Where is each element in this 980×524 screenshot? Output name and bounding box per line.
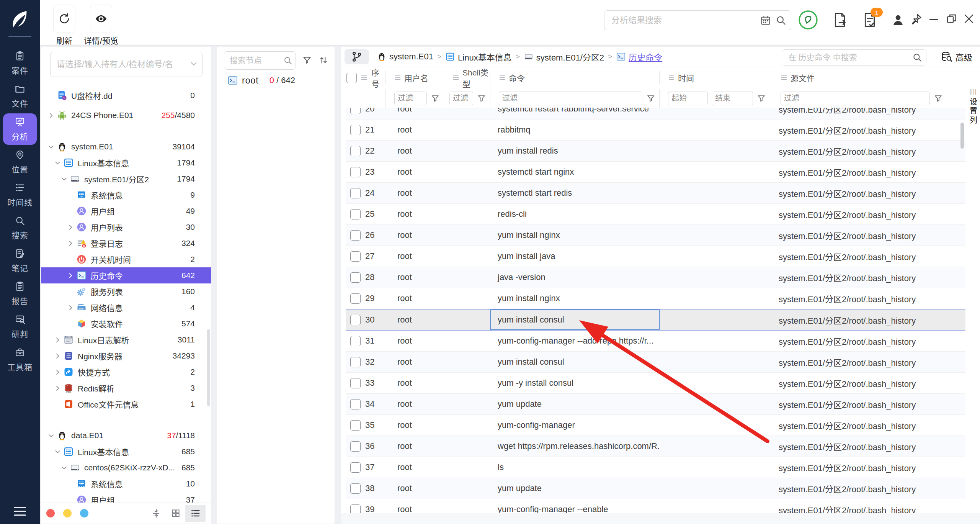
row-checkbox[interactable] bbox=[350, 251, 361, 262]
cell-command[interactable]: yum install nginx bbox=[490, 225, 660, 246]
user-icon[interactable] bbox=[891, 13, 905, 28]
column-settings-tab[interactable]: 设置列 bbox=[968, 98, 979, 125]
row-checkbox[interactable] bbox=[350, 293, 361, 304]
table-row-22[interactable]: 22rootyum install redissystem.E01/分区2/ro… bbox=[346, 141, 965, 162]
tree-node-历史命令[interactable]: 历史命令642 bbox=[41, 267, 211, 283]
filter-funnel-icon[interactable] bbox=[431, 94, 440, 103]
cell-command[interactable]: yum install redis bbox=[490, 141, 660, 161]
row-checkbox[interactable] bbox=[350, 378, 361, 388]
tree-node-centos-62SKiX-rzzV-xD...[interactable]: centos(62SKiX-rzzV-xD...685 bbox=[41, 460, 211, 476]
sidebar-item-case[interactable]: 案件 bbox=[0, 47, 40, 80]
table-scrollbar[interactable] bbox=[960, 123, 964, 149]
close-icon[interactable] bbox=[963, 13, 975, 26]
column-shell-label[interactable]: Shell类型 bbox=[462, 66, 490, 89]
sidebar-item-report[interactable]: 报告 bbox=[0, 277, 40, 310]
sidebar-item-timeline[interactable]: 时间线 bbox=[0, 178, 40, 211]
pin-icon[interactable] bbox=[910, 13, 923, 27]
row-checkbox[interactable] bbox=[350, 108, 361, 114]
column-seq-label[interactable]: 序号 bbox=[371, 66, 385, 89]
chevron-right-icon[interactable] bbox=[52, 353, 63, 359]
table-row-20[interactable]: 20rootsystemctl restart rabbitmq-server.… bbox=[346, 108, 965, 120]
chevron-down-icon[interactable] bbox=[52, 160, 63, 166]
table-row-35[interactable]: 35rootyum-config-managersystem.E01/分区2/r… bbox=[346, 415, 965, 436]
sidebar-item-location[interactable]: 位置 bbox=[0, 146, 40, 178]
table-row-27[interactable]: 27rootyum install javasystem.E01/分区2/roo… bbox=[346, 246, 965, 267]
tree-node-快捷方式[interactable]: 快捷方式2 bbox=[41, 364, 211, 380]
row-checkbox[interactable] bbox=[350, 420, 361, 431]
report-tasks-icon[interactable]: 1 bbox=[862, 11, 877, 30]
chevron-right-icon[interactable] bbox=[65, 224, 76, 231]
filter-funnel-icon[interactable] bbox=[757, 94, 766, 103]
sidebar-item-files[interactable]: 文件 bbox=[0, 80, 40, 113]
filter-funnel-icon[interactable] bbox=[934, 94, 943, 103]
node-list-item-root[interactable]: root 0 / 642 bbox=[217, 72, 335, 89]
table-row-21[interactable]: 21rootrabbitmqsystem.E01/分区2/root/.bash_… bbox=[346, 120, 965, 141]
time-end-input[interactable] bbox=[712, 92, 753, 105]
row-checkbox[interactable] bbox=[350, 188, 361, 198]
tree-node-24CS-Phone.E01[interactable]: 24CS Phone.E01255/4580 bbox=[41, 107, 211, 123]
cell-command[interactable]: yum-config-manager --add-repo https://r.… bbox=[490, 331, 660, 351]
tree-node-Linux基本信息[interactable]: Linux基本信息1794 bbox=[41, 155, 211, 171]
tree-node-服务列表[interactable]: 服务列表160 bbox=[41, 283, 211, 300]
cell-command[interactable]: systemctl start redis bbox=[490, 183, 660, 203]
tree-node-用户列表[interactable]: 用户列表30 bbox=[41, 219, 211, 235]
global-search-input[interactable] bbox=[611, 15, 760, 26]
tree-node-Nginx服务器[interactable]: Nginx服务器34293 bbox=[41, 348, 211, 364]
tree-node-系统信息[interactable]: 系统信息10 bbox=[41, 476, 211, 492]
row-checkbox[interactable] bbox=[350, 399, 361, 409]
table-row-26[interactable]: 26rootyum install nginxsystem.E01/分区2/ro… bbox=[346, 225, 965, 246]
tree-node-系统信息[interactable]: 系统信息9 bbox=[41, 187, 211, 203]
menu-hamburger-icon[interactable] bbox=[13, 506, 26, 518]
sidebar-item-analysis[interactable]: 分析 bbox=[0, 113, 40, 146]
table-row-24[interactable]: 24rootsystemctl start redissystem.E01/分区… bbox=[346, 183, 965, 204]
tree-node-用户组[interactable]: 用户组37 bbox=[41, 492, 211, 503]
tree-node-Linux基本信息[interactable]: Linux基本信息685 bbox=[41, 444, 211, 460]
tree-node-system.E01-分区2[interactable]: system.E01/分区21794 bbox=[41, 171, 211, 187]
export-icon[interactable] bbox=[832, 11, 848, 30]
breadcrumb-item-2[interactable]: system.E01/分区2 bbox=[524, 51, 604, 63]
cell-command[interactable]: yum install nginx bbox=[490, 288, 660, 309]
chevron-right-icon[interactable] bbox=[46, 112, 56, 119]
cell-command[interactable]: redis-cli bbox=[490, 204, 660, 224]
search-icon[interactable] bbox=[912, 52, 922, 62]
table-row-36[interactable]: 36rootwget https://rpm.releases.hashicor… bbox=[346, 436, 965, 457]
row-checkbox[interactable] bbox=[350, 336, 361, 346]
tree-node-网络信息[interactable]: 网络信息4 bbox=[41, 300, 211, 316]
cell-command[interactable]: ls bbox=[490, 457, 660, 478]
license-status-icon[interactable] bbox=[798, 10, 818, 31]
row-checkbox[interactable] bbox=[350, 209, 361, 219]
user-filter-input[interactable] bbox=[394, 92, 427, 105]
table-row-32[interactable]: 32rootyum install consulsystem.E01/分区2/r… bbox=[346, 352, 965, 373]
table-row-30[interactable]: 30rootyum install consulsystem.E01/分区2/r… bbox=[346, 309, 965, 331]
advanced-search-button[interactable]: 高级 bbox=[941, 51, 972, 63]
table-row-23[interactable]: 23rootsystemctl start nginxsystem.E01/分区… bbox=[346, 162, 965, 183]
row-checkbox[interactable] bbox=[350, 125, 361, 135]
restore-icon[interactable] bbox=[946, 13, 958, 26]
column-time-label[interactable]: 时间 bbox=[678, 72, 694, 84]
filter-funnel-icon[interactable] bbox=[646, 94, 655, 103]
search-icon[interactable] bbox=[776, 15, 786, 26]
chevron-right-icon[interactable] bbox=[52, 337, 63, 343]
row-checkbox[interactable] bbox=[350, 230, 361, 241]
row-checkbox[interactable] bbox=[350, 357, 361, 367]
chevron-right-icon[interactable] bbox=[52, 369, 63, 375]
tree-node-安装软件[interactable]: 安装软件574 bbox=[41, 316, 211, 332]
table-row-31[interactable]: 31rootyum-config-manager --add-repo http… bbox=[346, 331, 965, 352]
cell-command[interactable]: systemctl restart rabbitmq-server.servic… bbox=[490, 108, 660, 119]
breadcrumb-item-3[interactable]: 历史命令 bbox=[616, 51, 662, 63]
branch-view-button[interactable] bbox=[345, 49, 369, 64]
src-filter-input[interactable] bbox=[781, 92, 930, 105]
cell-command[interactable]: yum install consul bbox=[490, 352, 660, 372]
table-row-25[interactable]: 25rootredis-clisystem.E01/分区2/root/.bash… bbox=[346, 204, 965, 225]
chevron-down-icon[interactable] bbox=[46, 144, 56, 150]
drag-handle-icon[interactable]: |||| bbox=[969, 88, 977, 95]
time-start-input[interactable] bbox=[668, 92, 708, 105]
list-view-icon[interactable] bbox=[185, 505, 206, 522]
tree-node-登录日志[interactable]: !登录日志324 bbox=[41, 235, 211, 251]
sidebar-item-toolbox[interactable]: 工具箱 bbox=[0, 343, 40, 376]
search-icon[interactable] bbox=[283, 56, 292, 65]
node-search-input[interactable] bbox=[229, 56, 283, 66]
minimize-icon[interactable] bbox=[928, 15, 939, 25]
filter-funnel-icon[interactable] bbox=[302, 55, 312, 67]
refresh-button[interactable]: 刷新 bbox=[46, 5, 83, 46]
